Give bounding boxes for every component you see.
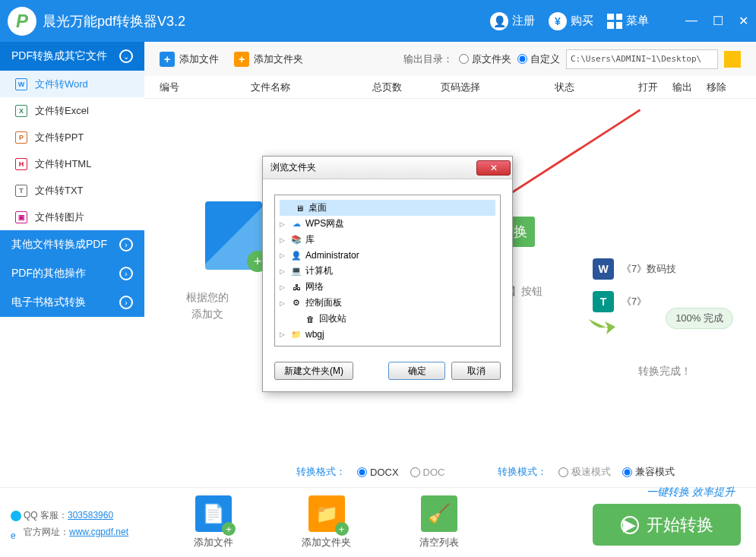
tree-item-library[interactable]: ▷📚库 xyxy=(280,232,495,248)
grid-icon xyxy=(607,14,622,29)
maximize-button[interactable]: ☐ xyxy=(713,14,723,28)
radio-doc[interactable]: DOC xyxy=(410,467,445,478)
network-icon: 🖧 xyxy=(290,281,302,293)
tree-item-admin[interactable]: ▷👤Administrator xyxy=(280,248,495,263)
add-file-button[interactable]: +添加文件 xyxy=(160,52,219,67)
broom-icon: 🧹 xyxy=(421,495,457,532)
dialog-close-button[interactable]: ✕ xyxy=(476,160,511,176)
start-convert-button[interactable]: ▶开始转换 xyxy=(593,504,741,546)
sidebar-item-to-html[interactable]: H文件转HTML xyxy=(0,150,144,177)
desktop-icon: 🖥 xyxy=(293,202,305,214)
word-icon: W xyxy=(593,258,614,280)
footer-add-folder-button[interactable]: 📁+添加文件夹 xyxy=(302,495,351,549)
folder-tree[interactable]: 🖥桌面 ▷☁WPS网盘 ▷📚库 ▷👤Administrator ▷💻计算机 ▷🖧… xyxy=(274,195,501,347)
txt-icon: T xyxy=(15,185,27,197)
plus-icon: + xyxy=(234,52,249,67)
radio-original-folder[interactable]: 原文件夹 xyxy=(459,52,511,66)
radio-docx[interactable]: DOCX xyxy=(357,467,399,478)
tree-item-network[interactable]: ▷🖧网络 xyxy=(280,279,495,295)
qq-link[interactable]: 303583960 xyxy=(68,510,113,521)
chevron-right-icon: › xyxy=(119,296,133,309)
gear-icon: ⚙ xyxy=(290,297,302,309)
output-path-input[interactable] xyxy=(566,49,718,69)
add-folder-button[interactable]: +添加文件夹 xyxy=(234,52,303,67)
sidebar-cat-ebook[interactable]: 电子书格式转换› xyxy=(0,288,144,317)
ppt-icon: P xyxy=(15,131,27,144)
menu-button[interactable]: 菜单 xyxy=(607,14,649,29)
folder-icon: 📁 xyxy=(290,328,302,340)
cloud-icon: ☁ xyxy=(290,218,302,230)
footer: QQ 客服：303583960 e官方网址：www.cgpdf.net 📄+添加… xyxy=(0,487,756,557)
slogan-text: 一键转换 效率提升 xyxy=(647,486,735,499)
qq-icon xyxy=(11,511,21,521)
contact-info: QQ 客服：303583960 e官方网址：www.cgpdf.net xyxy=(11,507,128,540)
tree-item-desktop[interactable]: 🖥桌面 xyxy=(280,200,495,216)
chevron-right-icon: › xyxy=(119,267,133,280)
chevron-down-icon: ⌄ xyxy=(119,49,133,63)
mode-label: 转换模式： xyxy=(498,465,547,479)
ok-button[interactable]: 确定 xyxy=(388,362,445,380)
tree-item-wps[interactable]: ▷☁WPS网盘 xyxy=(280,216,495,232)
chevron-right-icon: › xyxy=(119,238,133,252)
hint-text: 根据您的添加文 xyxy=(186,289,229,322)
file-icon: 📄+ xyxy=(195,495,232,532)
tree-item-control-panel[interactable]: ▷⚙控制面板 xyxy=(280,295,495,311)
column-header: 编号文件名称总页数页码选择状态打开输出移除 xyxy=(144,76,756,99)
sidebar-item-to-word[interactable]: W文件转Word xyxy=(0,71,144,97)
sidebar: PDF转换成其它文件⌄ W文件转Word X文件转Excel P文件转PPT H… xyxy=(0,42,144,486)
play-icon: ▶ xyxy=(621,516,639,534)
website-link[interactable]: www.cgpdf.net xyxy=(69,527,128,537)
radio-fast-mode[interactable]: 极速模式 xyxy=(558,465,611,479)
folder-icon: 📁+ xyxy=(308,495,345,532)
sidebar-item-to-txt[interactable]: T文件转TXT xyxy=(0,177,144,204)
cancel-button[interactable]: 取消 xyxy=(451,362,501,380)
recycle-icon: 🗑 xyxy=(304,313,316,325)
yen-icon: ¥ xyxy=(549,12,567,30)
plus-icon: + xyxy=(160,52,175,67)
new-folder-button[interactable]: 新建文件夹(M) xyxy=(274,362,353,380)
browse-folder-button[interactable] xyxy=(724,51,741,68)
library-icon: 📚 xyxy=(290,234,302,246)
toolbar: +添加文件 +添加文件夹 输出目录： 原文件夹 自定义 xyxy=(144,42,756,76)
dialog-titlebar: 浏览文件夹 ✕ xyxy=(263,157,512,179)
format-bar: 转换格式： DOCX DOC 转换模式： 极速模式 兼容模式 xyxy=(296,465,675,479)
title-bar: P 晨光万能pdf转换器V3.2 👤注册 ¥购买 菜单 — ☐ ✕ xyxy=(0,0,756,42)
browse-folder-dialog: 浏览文件夹 ✕ 🖥桌面 ▷☁WPS网盘 ▷📚库 ▷👤Administrator … xyxy=(262,156,513,392)
tree-item-recycle[interactable]: 🗑回收站 xyxy=(280,311,495,327)
image-icon: ▣ xyxy=(15,211,27,223)
user-icon: 👤 xyxy=(490,12,508,30)
tree-item-computer[interactable]: ▷💻计算机 xyxy=(280,263,495,279)
radio-compat-mode[interactable]: 兼容模式 xyxy=(622,465,675,479)
buy-button[interactable]: ¥购买 xyxy=(549,12,593,30)
dialog-title: 浏览文件夹 xyxy=(270,161,316,174)
sidebar-cat-other-to-pdf[interactable]: 其他文件转换成PDF› xyxy=(0,230,144,259)
globe-icon: e xyxy=(11,527,21,538)
word-icon: W xyxy=(15,78,27,90)
format-label: 转换格式： xyxy=(296,465,346,479)
html-icon: H xyxy=(15,158,27,170)
user-icon: 👤 xyxy=(290,249,302,261)
sidebar-item-to-ppt[interactable]: P文件转PPT xyxy=(0,124,144,150)
app-logo: P xyxy=(8,7,36,36)
minimize-button[interactable]: — xyxy=(685,14,697,28)
done-text: 转换完成！ xyxy=(638,365,691,378)
excel-icon: X xyxy=(15,105,27,117)
sidebar-cat-pdf-ops[interactable]: PDF的其他操作› xyxy=(0,259,144,288)
register-button[interactable]: 👤注册 xyxy=(490,12,535,30)
close-button[interactable]: ✕ xyxy=(739,14,748,28)
app-title: 晨光万能pdf转换器V3.2 xyxy=(43,12,490,30)
sidebar-item-to-image[interactable]: ▣文件转图片 xyxy=(0,204,144,230)
tree-item-wbgj[interactable]: ▷📁wbgj xyxy=(280,327,495,342)
progress-badge: 100% 完成 xyxy=(666,308,733,329)
footer-clear-button[interactable]: 🧹清空列表 xyxy=(419,495,459,549)
arrow-icon xyxy=(585,308,615,338)
sidebar-item-to-excel[interactable]: X文件转Excel xyxy=(0,97,144,124)
footer-add-file-button[interactable]: 📄+添加文件 xyxy=(194,495,233,549)
sidebar-cat-pdf-to-other[interactable]: PDF转换成其它文件⌄ xyxy=(0,42,144,71)
radio-custom-folder[interactable]: 自定义 xyxy=(517,52,560,66)
computer-icon: 💻 xyxy=(290,265,302,277)
output-dir-label: 输出目录： xyxy=(403,52,453,66)
